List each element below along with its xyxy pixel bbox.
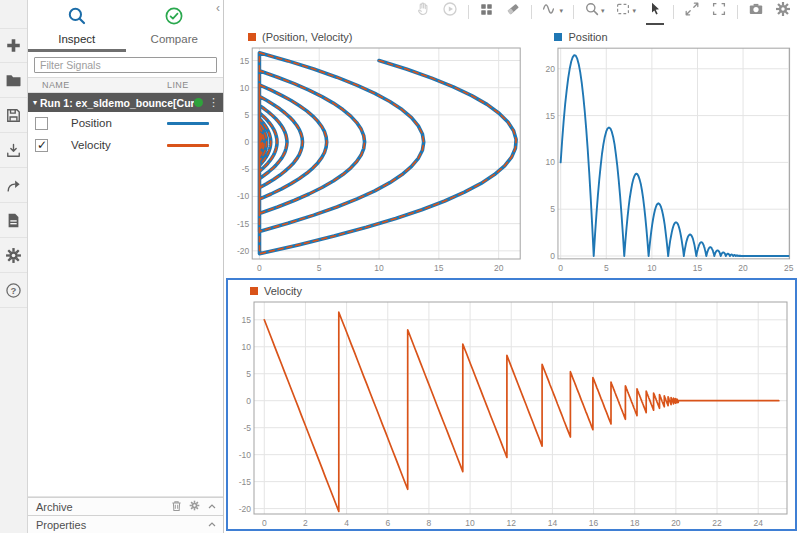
- help-button[interactable]: ?: [0, 273, 27, 308]
- pan-button[interactable]: [414, 0, 432, 25]
- preferences-gear-icon: [5, 247, 22, 264]
- chevron-down-icon: ▾: [559, 7, 563, 15]
- report-button[interactable]: [0, 203, 27, 238]
- phase-plot[interactable]: (Position, Velocity) 05101520-20-15-10-5…: [224, 24, 530, 276]
- trash-icon[interactable]: [171, 500, 182, 514]
- velocity-checkbox[interactable]: [35, 139, 48, 152]
- svg-text:-15: -15: [237, 219, 250, 229]
- svg-text:20: 20: [546, 64, 556, 74]
- svg-text:10: 10: [374, 263, 384, 273]
- plot-area: ▾ ▾ ▾: [224, 0, 800, 533]
- archive-label: Archive: [36, 501, 73, 513]
- position-line-swatch: [167, 122, 209, 125]
- replay-button[interactable]: [441, 0, 459, 25]
- phase-plot-title: (Position, Velocity): [262, 31, 352, 43]
- plot-settings-button[interactable]: [774, 0, 792, 25]
- velocity-line-swatch: [167, 144, 209, 147]
- layout-button[interactable]: [478, 0, 495, 25]
- column-line: LINE: [167, 80, 223, 90]
- signal-table-header: NAME LINE: [28, 77, 223, 93]
- run-label: Run 1: ex_sldemo_bounce[Current]: [40, 97, 194, 109]
- open-folder-icon: [5, 72, 22, 89]
- tab-inspect-label: Inspect: [58, 33, 95, 45]
- svg-text:18: 18: [630, 518, 640, 528]
- replay-icon: [442, 1, 458, 21]
- tab-inspect[interactable]: Inspect: [28, 6, 126, 52]
- signal-list-empty-area: [28, 156, 223, 497]
- svg-text:-10: -10: [239, 450, 252, 460]
- zoom-button[interactable]: ▾: [583, 0, 606, 25]
- expand-icon: [684, 1, 700, 21]
- gear-icon[interactable]: [189, 500, 200, 513]
- add-button[interactable]: [0, 28, 27, 63]
- tab-compare[interactable]: Compare: [126, 6, 224, 52]
- position-plot-legend: Position: [532, 26, 798, 43]
- svg-text:15: 15: [434, 263, 444, 273]
- position-checkbox[interactable]: [35, 117, 48, 130]
- legend-marker: [554, 33, 562, 41]
- svg-text:0: 0: [244, 137, 249, 147]
- svg-text:10: 10: [242, 342, 252, 352]
- svg-text:14: 14: [548, 518, 558, 528]
- collapse-panel-button[interactable]: ‹: [216, 2, 220, 14]
- run-menu-icon[interactable]: ⋮: [208, 96, 219, 109]
- position-plot-canvas: 051015202505101520: [532, 43, 798, 274]
- svg-text:5: 5: [246, 369, 251, 379]
- export-button[interactable]: [0, 168, 27, 203]
- fullscreen-button[interactable]: [710, 0, 728, 25]
- layout-grid-icon: [479, 2, 494, 21]
- filter-signals-input[interactable]: [34, 57, 217, 73]
- snapshot-button[interactable]: [747, 0, 765, 25]
- svg-text:5: 5: [244, 110, 249, 120]
- open-button[interactable]: [0, 63, 27, 98]
- svg-text:4: 4: [344, 518, 349, 528]
- position-plot-title: Position: [568, 31, 607, 43]
- svg-text:2: 2: [303, 518, 308, 528]
- zoom-icon: [584, 1, 600, 21]
- pointer-button[interactable]: [646, 0, 664, 25]
- column-name: NAME: [42, 80, 70, 90]
- svg-text:5: 5: [551, 204, 556, 214]
- preferences-button[interactable]: [0, 238, 27, 273]
- add-icon: [5, 37, 22, 54]
- signal-generator-icon: [542, 1, 558, 21]
- run-expand-icon[interactable]: ▾: [33, 98, 37, 107]
- svg-text:16: 16: [589, 518, 599, 528]
- left-toolbar: ?: [0, 0, 28, 533]
- legend-marker: [250, 287, 258, 295]
- signal-row-velocity[interactable]: Velocity: [28, 134, 223, 156]
- compare-check-icon: [164, 6, 184, 30]
- settings-gear-icon: [775, 1, 791, 21]
- archive-section-header[interactable]: Archive: [28, 497, 223, 515]
- signal-name: Velocity: [71, 139, 111, 151]
- velocity-plot[interactable]: Velocity 024681012141618202224-20-15-10-…: [226, 278, 797, 531]
- svg-text:0: 0: [257, 263, 262, 273]
- signal-generator-button[interactable]: ▾: [541, 0, 564, 25]
- fit-to-view-button[interactable]: ▾: [614, 0, 637, 25]
- position-plot[interactable]: Position 051015202505101520: [530, 24, 800, 276]
- search-icon: [67, 6, 87, 30]
- signal-row-position[interactable]: Position: [28, 112, 223, 134]
- snapshot-camera-icon: [748, 1, 764, 21]
- chevron-up-icon[interactable]: [207, 519, 217, 531]
- save-button[interactable]: [0, 98, 27, 133]
- expand-button[interactable]: [683, 0, 701, 25]
- svg-text:10: 10: [648, 263, 658, 273]
- svg-text:24: 24: [753, 518, 763, 528]
- svg-text:6: 6: [385, 518, 390, 528]
- svg-text:15: 15: [693, 263, 703, 273]
- clear-plots-button[interactable]: [504, 0, 522, 25]
- svg-text:?: ?: [11, 284, 17, 295]
- svg-text:10: 10: [465, 518, 475, 528]
- fullscreen-icon: [711, 1, 727, 21]
- subplot-grid: (Position, Velocity) 05101520-20-15-10-5…: [224, 24, 800, 533]
- chevron-up-icon[interactable]: [207, 501, 217, 513]
- properties-label: Properties: [36, 519, 86, 531]
- report-icon: [5, 212, 22, 229]
- properties-section-header[interactable]: Properties: [28, 515, 223, 533]
- tab-compare-label: Compare: [151, 33, 198, 45]
- import-button[interactable]: [0, 133, 27, 168]
- legend-marker: [248, 33, 256, 41]
- svg-text:0: 0: [551, 251, 556, 261]
- run-row[interactable]: ▾ Run 1: ex_sldemo_bounce[Current] ⋮: [28, 93, 223, 112]
